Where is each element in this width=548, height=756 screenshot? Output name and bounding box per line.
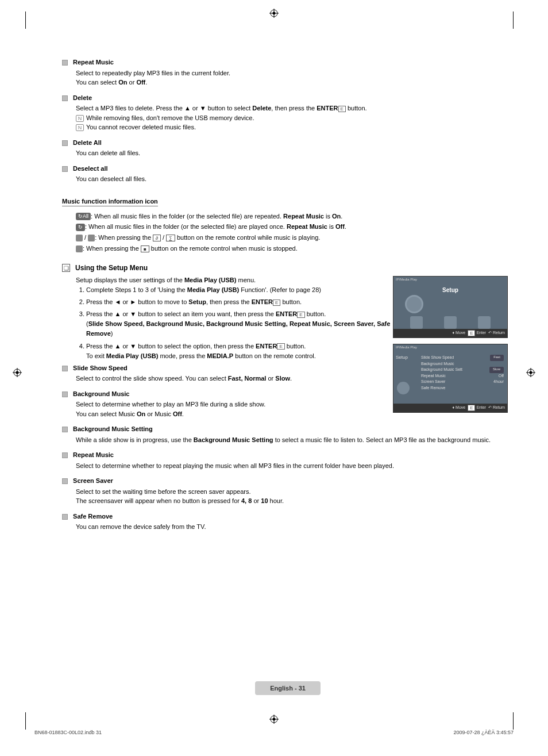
bullet-icon <box>62 95 68 101</box>
section-slide-speed: Slide Show Speed Select to control the s… <box>62 363 412 383</box>
section-title: Repeat Music <box>73 451 114 458</box>
section-repeat-music: Repeat Music Select to repeatedly play M… <box>62 57 412 87</box>
info-line: / : When pressing the ∂ / ∑ button on th… <box>76 232 412 243</box>
setup-steps: Complete Steps 1 to 3 of 'Using the Medi… <box>76 285 412 360</box>
body-text: Select to determine whether to repeat pl… <box>76 461 514 471</box>
screenshot-list: Slide Show SpeedFast Background Music Ba… <box>421 355 504 391</box>
repeat-all-icon: ↻All <box>76 213 91 220</box>
subheading-info: Music function information icon <box>62 198 158 206</box>
note-icon: N <box>76 115 84 122</box>
play-button-icon: ∂ <box>153 235 161 241</box>
screenshot-setup-2: IP/Media Play Setup Slide Show SpeedFast… <box>393 344 508 413</box>
page-body: Repeat Music Select to repeatedly play M… <box>0 11 548 718</box>
screenshot-breadcrumb: IP/Media Play <box>396 346 417 349</box>
enter-icon: E <box>338 106 346 112</box>
status-icon <box>76 245 83 252</box>
step-4: Press the ▲ or ▼ button to select the op… <box>86 341 412 361</box>
page-footer: English - 31 <box>62 681 514 695</box>
enter-icon: E <box>277 343 284 350</box>
bullet-icon <box>62 166 68 172</box>
enter-icon: E <box>273 300 280 306</box>
section-safe-remove: Safe Remove You can remove the device sa… <box>62 512 514 532</box>
repeat-one-icon: ↻ <box>76 224 85 231</box>
section-title: Safe Remove <box>73 513 113 520</box>
sidebar-screenshots: IP/Media Play Setup ♦ Move E Enter ↶ Ret… <box>393 276 508 413</box>
info-list: ↻All: When all music files in the folder… <box>76 211 412 254</box>
section-title: Background Music <box>73 390 129 397</box>
crop-mark <box>513 712 514 730</box>
bullet-icon <box>62 140 68 146</box>
section-title: Screen Saver <box>73 477 113 484</box>
body-text: You can delete all files. <box>76 148 412 158</box>
screenshot-title: Setup <box>442 287 458 293</box>
bullet-icon <box>62 392 68 397</box>
body-text: You can remove the device safely from th… <box>76 522 514 532</box>
body-text: Select to control the slide show speed. … <box>76 374 412 383</box>
section-bgms: Background Music Setting While a slide s… <box>62 424 514 444</box>
section-title: Slide Show Speed <box>73 364 128 371</box>
body-text: Select to repeatedly play MP3 files in t… <box>76 68 412 78</box>
status-icon <box>88 235 95 241</box>
music-icon <box>410 316 423 329</box>
step-3: Press the ▲ or ▼ button to select an ite… <box>86 309 412 339</box>
section-title: Repeat Music <box>73 59 114 66</box>
bullet-icon <box>62 452 68 458</box>
status-icon <box>76 235 83 241</box>
note-icon: N <box>76 124 84 131</box>
bullet-icon <box>62 366 68 371</box>
footer-timestamp: 2009-07-28 ¿ÀÈÄ 3:45:57 <box>453 730 514 735</box>
page-number-badge: English - 31 <box>255 681 321 695</box>
body-text: You can select On or Off. <box>76 78 412 87</box>
body-text: You can deselect all files. <box>76 174 412 184</box>
section-title: Delete <box>73 94 92 101</box>
note-line: NYou cannot recover deleted music files. <box>76 122 412 132</box>
screenshot-setup-1: IP/Media Play Setup ♦ Move E Enter ↶ Ret… <box>393 276 508 338</box>
screenshot-side-label: Setup <box>396 355 408 360</box>
step-2: Press the ◄ or ► button to move to Setup… <box>86 297 412 307</box>
thumb-icon <box>478 316 491 329</box>
note-line: NWhile removing files, don't remove the … <box>76 113 412 123</box>
section-delete-all: Delete All You can delete all files. <box>62 138 412 158</box>
section-repeat-music-2: Repeat Music Select to determine whether… <box>62 450 514 470</box>
section-bgm: Background Music Select to determine whe… <box>62 389 412 419</box>
crop-mark <box>25 712 26 730</box>
stop-button-icon: ■ <box>141 245 149 252</box>
setup-intro: Setup displays the user settings of the … <box>76 275 412 285</box>
section-screen-saver: Screen Saver Select to set the waiting t… <box>62 476 514 506</box>
section-title: Delete All <box>73 139 102 146</box>
screenshot-footer: ♦ Move E Enter ↶ Return <box>393 329 507 337</box>
bullet-icon <box>62 514 68 520</box>
body-text: While a slide show is in progress, use t… <box>76 435 514 445</box>
info-line: ↻All: When all music files in the folder… <box>76 211 412 222</box>
enter-icon: E <box>297 312 304 318</box>
info-line: : When pressing the ■ button on the remo… <box>76 243 412 254</box>
section-deselect-all: Deselect all You can deselect all files. <box>62 164 412 184</box>
pause-button-icon: ∑ <box>166 235 175 241</box>
screenshot-footer: ♦ Move E Enter ↶ Return <box>393 404 507 412</box>
gear-icon <box>397 382 410 394</box>
section-delete: Delete Select a MP3 files to delete. Pre… <box>62 93 412 132</box>
heading-setup: ❏ Using the Setup Menu <box>62 264 412 272</box>
registration-mark-bottom <box>269 715 279 724</box>
step-1: Complete Steps 1 to 3 of 'Using the Medi… <box>86 285 412 295</box>
body-text: Select to determine whether to play an M… <box>76 400 412 409</box>
section-title: Background Music Setting <box>73 425 153 432</box>
body-text: You can select Music On or Music Off. <box>76 409 412 419</box>
footer-filename: BN68-01883C-00L02.indb 31 <box>34 730 102 735</box>
section-title: Deselect all <box>73 165 108 172</box>
gear-icon <box>405 295 423 313</box>
screenshot-breadcrumb: IP/Media Play <box>396 278 417 281</box>
body-text: The screensaver will appear when no butt… <box>76 496 514 506</box>
bullet-icon <box>62 60 68 66</box>
bullet-icon <box>62 478 68 484</box>
thumb-icon <box>444 316 457 329</box>
bullet-icon <box>62 427 68 432</box>
body-text: Select to set the waiting time before th… <box>76 487 514 497</box>
checkbox-icon: ❏ <box>62 264 70 272</box>
svg-point-15 <box>273 717 276 720</box>
body-text: Select a MP3 files to delete. Press the … <box>76 103 412 113</box>
info-line: ↻: When all music files in the folder (o… <box>76 221 412 232</box>
